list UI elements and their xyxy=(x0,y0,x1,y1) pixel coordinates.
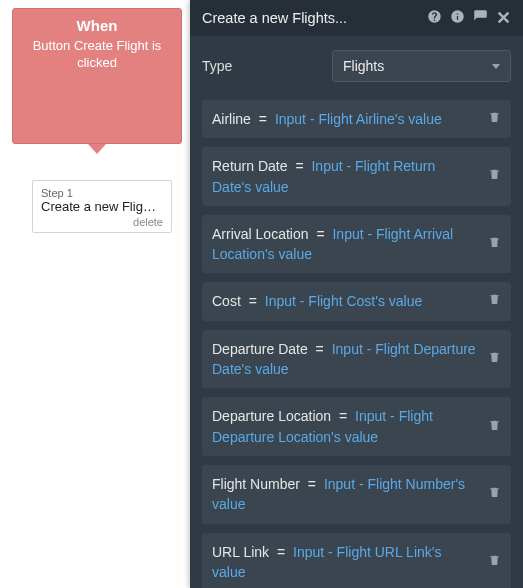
field-row[interactable]: Departure Date = Input - Flight Departur… xyxy=(202,330,511,389)
when-event-card[interactable]: When Button Create Flight is clicked xyxy=(12,8,182,144)
field-row[interactable]: URL Link = Input - Flight URL Link's val… xyxy=(202,533,511,588)
panel-header-icons: ✕ xyxy=(427,9,511,27)
trash-icon[interactable] xyxy=(488,417,501,437)
field-name: Arrival Location xyxy=(212,226,309,242)
close-icon[interactable]: ✕ xyxy=(496,9,511,27)
field-content: Arrival Location = Input - Flight Arriva… xyxy=(212,224,482,265)
field-row[interactable]: Flight Number = Input - Flight Number's … xyxy=(202,465,511,524)
panel-title: Create a new Flights... xyxy=(202,10,347,26)
field-content: Departure Date = Input - Flight Departur… xyxy=(212,339,482,380)
trash-icon[interactable] xyxy=(488,291,501,311)
field-name: Departure Date xyxy=(212,341,308,357)
field-content: URL Link = Input - Flight URL Link's val… xyxy=(212,542,482,583)
field-value-expression[interactable]: Input - Flight Cost's value xyxy=(265,293,423,309)
field-name: Departure Location xyxy=(212,408,331,424)
field-row[interactable]: Arrival Location = Input - Flight Arriva… xyxy=(202,215,511,274)
field-content: Departure Location = Input - Flight Depa… xyxy=(212,406,482,447)
field-value-expression[interactable]: Input - Flight Airline's value xyxy=(275,111,442,127)
field-row[interactable]: Departure Location = Input - Flight Depa… xyxy=(202,397,511,456)
trash-icon[interactable] xyxy=(488,484,501,504)
property-panel: Create a new Flights... ✕ Type Flights A… xyxy=(190,0,523,588)
field-row[interactable]: Airline = Input - Flight Airline's value xyxy=(202,100,511,138)
field-row[interactable]: Cost = Input - Flight Cost's value xyxy=(202,282,511,320)
type-row: Type Flights xyxy=(202,50,511,82)
equals-sign: = xyxy=(308,476,316,492)
panel-body: Type Flights Airline = Input - Flight Ai… xyxy=(190,36,523,588)
equals-sign: = xyxy=(316,226,324,242)
step-number-label: Step 1 xyxy=(41,187,163,199)
field-content: Flight Number = Input - Flight Number's … xyxy=(212,474,482,515)
step-delete-link[interactable]: delete xyxy=(41,216,163,228)
field-content: Cost = Input - Flight Cost's value xyxy=(212,291,482,311)
help-icon[interactable] xyxy=(427,9,442,27)
panel-header: Create a new Flights... ✕ xyxy=(190,0,523,36)
flow-connector xyxy=(88,144,106,154)
trash-icon[interactable] xyxy=(488,109,501,129)
chevron-down-icon xyxy=(492,64,500,69)
type-select[interactable]: Flights xyxy=(332,50,511,82)
field-name: Airline xyxy=(212,111,251,127)
step-title: Create a new Flights... xyxy=(41,199,163,214)
field-content: Return Date = Input - Flight Return Date… xyxy=(212,156,482,197)
equals-sign: = xyxy=(277,544,285,560)
info-icon[interactable] xyxy=(450,9,465,27)
equals-sign: = xyxy=(295,158,303,174)
equals-sign: = xyxy=(249,293,257,309)
field-row[interactable]: Return Date = Input - Flight Return Date… xyxy=(202,147,511,206)
type-label: Type xyxy=(202,58,332,74)
trash-icon[interactable] xyxy=(488,349,501,369)
fields-list: Airline = Input - Flight Airline's value… xyxy=(202,100,511,588)
trash-icon[interactable] xyxy=(488,166,501,186)
when-title: When xyxy=(23,17,171,34)
trash-icon[interactable] xyxy=(488,552,501,572)
field-name: Cost xyxy=(212,293,241,309)
field-content: Airline = Input - Flight Airline's value xyxy=(212,109,482,129)
step-card[interactable]: Step 1 Create a new Flights... delete xyxy=(32,180,172,233)
equals-sign: = xyxy=(339,408,347,424)
trash-icon[interactable] xyxy=(488,234,501,254)
field-name: URL Link xyxy=(212,544,269,560)
equals-sign: = xyxy=(259,111,267,127)
field-name: Flight Number xyxy=(212,476,300,492)
type-select-value: Flights xyxy=(343,58,384,74)
when-condition: Button Create Flight is clicked xyxy=(23,38,171,72)
comment-icon[interactable] xyxy=(473,9,488,27)
field-name: Return Date xyxy=(212,158,287,174)
equals-sign: = xyxy=(316,341,324,357)
